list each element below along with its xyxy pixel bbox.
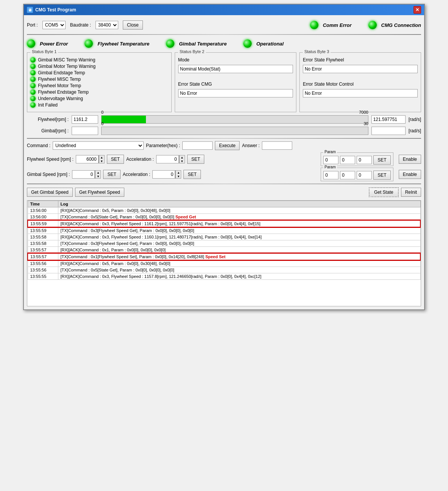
log-time: 13:55:58 [28, 234, 58, 240]
gimbal-value-input[interactable] [72, 127, 98, 135]
flywheel-speed-spinner[interactable]: ▲ ▼ [76, 155, 105, 163]
gimbal-progress-max: 30 [363, 121, 368, 126]
gimbal-accel-spinner[interactable]: ▲ ▼ [152, 170, 181, 179]
flywheel-progress-max: 7000 [359, 110, 368, 115]
answer-input[interactable] [262, 141, 292, 150]
log-time: 13:55:56 [28, 267, 58, 273]
speed-get-tag: Speed Get [175, 215, 196, 219]
reinit-button[interactable]: ReInit [401, 188, 421, 197]
log-message: [TX]Command : 0x3[Flywheel Speed Get], P… [58, 240, 420, 247]
led-undervoltage-warning [30, 96, 36, 101]
error-state-motor-label: Error State Motor Control [303, 82, 354, 87]
flywheel-rads-unit: [rad/s] [409, 117, 421, 122]
gimbal-param-3[interactable] [357, 171, 372, 179]
status-item-7: Init Failed [30, 102, 168, 108]
gimbal-param-set-button[interactable]: SET [373, 171, 390, 180]
gimbal-speed-input[interactable] [72, 170, 95, 179]
log-time: 13:55:57 [28, 247, 58, 254]
flywheel-enable-button[interactable]: Enable [399, 155, 421, 164]
gimbal-accel-up[interactable]: ▲ [175, 171, 181, 174]
label-gimbal-motor-temp: Gimbal Motor Temp Warning [38, 64, 96, 69]
get-gimbal-speed-button[interactable]: Get Gimbal Speed [27, 188, 73, 197]
flywheel-accel-arrows[interactable]: ▲ ▼ [179, 155, 185, 163]
close-connection-button[interactable]: Close [123, 20, 143, 30]
status-item-1: Gimbal Motor Temp Warning [30, 64, 168, 69]
get-state-button[interactable]: Get State [369, 187, 399, 197]
led-gimbal-endstage-temp [30, 70, 36, 75]
flywheel-progress-fill [102, 116, 146, 123]
gimbal-accel-arrows[interactable]: ▲ ▼ [175, 170, 181, 179]
flywheel-param-1[interactable] [323, 156, 338, 164]
status-item-0: Gimbal MISC Temp Warning [30, 57, 168, 63]
port-select[interactable]: COM5 [42, 21, 66, 29]
gimbal-accel-down[interactable]: ▼ [175, 174, 181, 178]
cmg-connection-led [368, 21, 377, 29]
flywheel-speed-arrows[interactable]: ▲ ▼ [99, 155, 105, 163]
gimbal-speed-label: Gimbal Speed [rpm] : [27, 172, 70, 177]
status-item-2: Gimbal Endstage Temp [30, 70, 168, 75]
mode-input[interactable] [178, 65, 293, 73]
gimbal-speed-spinner[interactable]: ▲ ▼ [72, 170, 101, 179]
log-time: 13:55:57 [28, 253, 58, 260]
execute-button[interactable]: Execute [215, 141, 240, 150]
flywheel-rads-input[interactable] [371, 115, 406, 124]
label-init-failed: Init Failed [38, 102, 58, 108]
gimbal-enable-button[interactable]: Enable [399, 170, 421, 179]
log-row: 13:55:59[TX]Command : 0x3[Flywheel Speed… [28, 227, 420, 234]
flywheel-accel-set-button[interactable]: SET [187, 155, 204, 164]
flywheel-speed-up[interactable]: ▲ [99, 155, 104, 159]
log-row: 13:55:58[RX][ACK]Command : 0x3, Flywheel… [28, 234, 420, 240]
gimbal-speed-set-button[interactable]: SET [103, 170, 120, 179]
flywheel-param-set-button[interactable]: SET [373, 155, 390, 165]
status-byte2-title: Status Byte 2 [178, 49, 206, 54]
gimbal-accel-set-button[interactable]: SET [183, 170, 201, 179]
gimbal-speed-arrows[interactable]: ▲ ▼ [95, 170, 101, 179]
status-byte1-box: Status Byte 1 Gimbal MISC Temp Warning G… [27, 52, 172, 112]
gimbal-rads-input[interactable] [371, 127, 406, 135]
error-state-flywheel-input[interactable] [303, 65, 418, 73]
log-row: 13:55:59[RX][ACK]Command : 0x3, Flywheel… [28, 220, 420, 227]
flywheel-speed-set-button[interactable]: SET [107, 155, 124, 164]
error-state-cmg-input[interactable] [178, 89, 293, 97]
flywheel-param-2[interactable] [340, 156, 355, 164]
flywheel-speed-down[interactable]: ▼ [99, 159, 104, 163]
log-row: 13:55:56[RX][ACK]Command : 0x5, Param : … [28, 260, 420, 267]
error-state-motor-input[interactable] [303, 89, 418, 97]
gimbal-speed-up[interactable]: ▲ [95, 171, 100, 174]
led-gimbal-misc-temp [30, 57, 36, 63]
gimbal-temperature-led [166, 39, 174, 48]
flywheel-value-input[interactable] [72, 115, 98, 124]
flywheel-accel-down[interactable]: ▼ [179, 159, 185, 163]
flywheel-progress-bar [101, 115, 368, 124]
log-message: [TX]Command : 0x5[State Get], Param : 0x… [58, 214, 420, 221]
gimbal-progress-container: 0 30 [101, 127, 368, 135]
close-window-button[interactable]: ✕ [414, 6, 421, 14]
gimbal-param-2[interactable] [340, 171, 355, 179]
flywheel-accel-spinner[interactable]: ▲ ▼ [156, 155, 185, 163]
log-row: 13:56:00[TX]Command : 0x5[State Get], Pa… [28, 214, 420, 221]
gimbal-accel-input[interactable] [152, 170, 175, 179]
baudrate-select[interactable]: 38400 [96, 21, 118, 29]
led-flywheel-endstage-temp [30, 89, 36, 95]
comm-error-led [310, 21, 318, 29]
gimbal-speed-down[interactable]: ▼ [95, 174, 100, 178]
flywheel-param-legend: Param [323, 150, 337, 154]
flywheel-accel-input[interactable] [156, 155, 179, 163]
status-indicators-row: Power Error Flywheel Temperature Gimbal … [27, 37, 421, 50]
log-container[interactable]: Time Log 13:56:00[RX][ACK]Command : 0x5,… [27, 200, 421, 306]
log-time: 13:55:55 [28, 273, 58, 280]
param-input[interactable] [182, 141, 213, 150]
gimbal-param-1[interactable] [323, 171, 338, 179]
command-row: Command : Undefined Parameter(hex) : Exe… [27, 141, 421, 150]
log-row: 13:55:57[RX][ACK]Command : 0x1, Param : … [28, 247, 420, 254]
log-message: [RX][ACK]Command : 0x5, Param : 0x0[0], … [58, 260, 420, 267]
log-row: 13:56:00[RX][ACK]Command : 0x5, Param : … [28, 207, 420, 214]
gimbal-progress-min: 0 [101, 121, 103, 126]
bottom-buttons-row: Get Gimbal Speed Get Flywheel Speed Get … [27, 187, 421, 197]
gimbal-param-box: Param SET [321, 168, 393, 181]
flywheel-accel-up[interactable]: ▲ [179, 155, 185, 159]
flywheel-speed-input[interactable] [76, 155, 99, 163]
get-flywheel-speed-button[interactable]: Get Flywheel Speed [75, 188, 124, 197]
flywheel-param-3[interactable] [357, 156, 372, 164]
command-select[interactable]: Undefined [53, 141, 144, 150]
